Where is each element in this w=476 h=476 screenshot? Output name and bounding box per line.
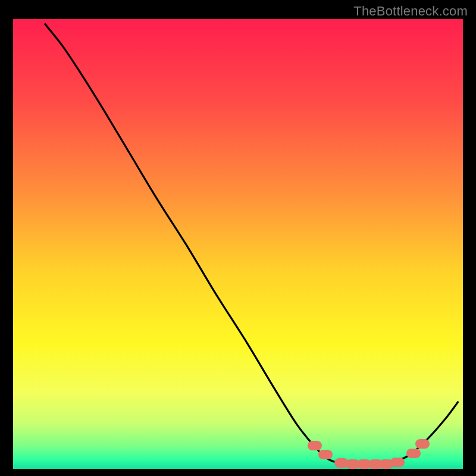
gradient-background [13,19,463,469]
plot-area [13,19,463,469]
data-marker [318,450,333,459]
data-marker [406,449,421,458]
data-marker [415,439,430,449]
data-marker [390,458,405,467]
watermark-text: TheBottleneck.com [353,4,468,19]
svg-rect-0 [13,19,463,469]
data-marker [308,441,322,450]
